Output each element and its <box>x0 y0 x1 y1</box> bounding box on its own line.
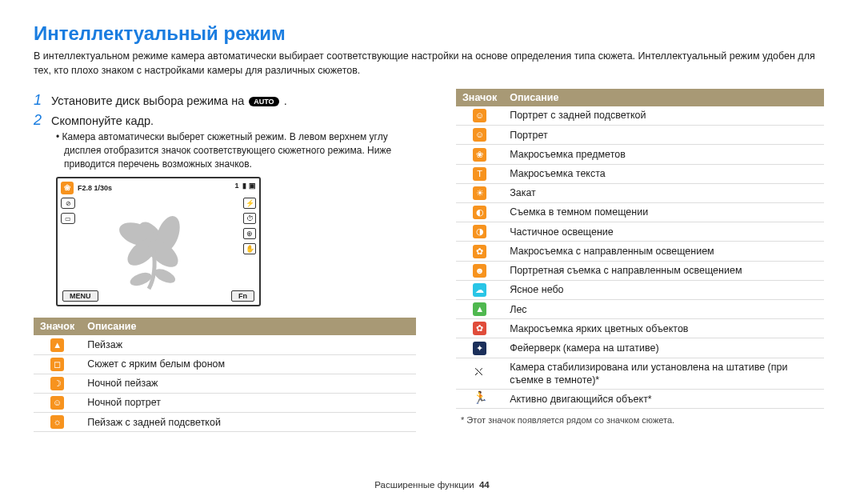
scene-icon: ✦ <box>473 342 486 355</box>
right-column: Значок Описание ☺Портрет с задней подсве… <box>456 89 824 432</box>
scene-description: Съемка в темном помещении <box>503 203 824 222</box>
scene-icon: ⛌ <box>473 366 486 380</box>
scene-icon: ☻ <box>473 264 486 278</box>
footer-section: Расширенные функции <box>374 480 474 490</box>
scene-description: Ясное небо <box>503 280 824 299</box>
table-row: ✿Макросъемка с направленным освещением <box>456 242 824 261</box>
th-desc-left: Описание <box>81 318 416 335</box>
table-row: ☀Закат <box>456 183 824 202</box>
scene-description: Макросъемка предметов <box>503 145 824 164</box>
lcd-exposure: F2.8 1/30s <box>78 184 112 192</box>
footnote: * Этот значок появляется рядом со значко… <box>456 415 824 425</box>
table-row: ☺Портрет <box>456 126 824 145</box>
table-row: ☺Портрет с задней подсветкой <box>456 106 824 126</box>
lcd-left-icon-2: ▭ <box>61 213 75 224</box>
scene-description: Закат <box>503 183 824 202</box>
scene-icon: ◻ <box>50 358 64 371</box>
table-row: ☽Ночной пейзаж <box>34 374 416 393</box>
table-row: 🏃Активно двигающийся объект* <box>456 390 824 409</box>
scene-description: Портрет с задней подсветкой <box>503 106 824 126</box>
step-1: 1 Установите диск выбора режима на AUTO … <box>34 92 416 109</box>
th-icon-left: Значок <box>34 318 81 335</box>
th-icon-right: Значок <box>456 89 503 106</box>
flower-graphic <box>104 202 208 290</box>
scene-table-left: Значок Описание ▲Пейзаж◻Сюжет с ярким бе… <box>34 318 416 432</box>
scene-description: Пейзаж <box>81 335 416 354</box>
step-2-text: Скомпонуйте кадр. <box>51 114 154 127</box>
table-row: TМакросъемка текста <box>456 164 824 183</box>
scene-icon: ▲ <box>50 338 64 352</box>
scene-description: Портретная съемка с направленным освещен… <box>503 261 824 280</box>
table-row: ⛌Камера стабилизирована или установлена … <box>456 358 824 390</box>
step-2: 2 Скомпонуйте кадр. <box>34 112 416 129</box>
lcd-right-icon-timer: ⏱ <box>243 213 256 224</box>
table-row: ☺Ночной портрет <box>34 394 416 413</box>
scene-description: Макросъемка ярких цветных объектов <box>503 319 824 338</box>
scene-icon: ☺ <box>473 109 486 122</box>
scene-icon: ✿ <box>473 322 486 335</box>
scene-description: Активно двигающийся объект* <box>503 390 824 409</box>
page-footer: Расширенные функции 44 <box>0 480 864 490</box>
lcd-left-icon-1: ⊘ <box>61 198 75 209</box>
scene-icon: ▲ <box>473 302 486 316</box>
scene-description: Макросъемка текста <box>503 164 824 183</box>
table-row: ▲Лес <box>456 300 824 319</box>
scene-description: Макросъемка с направленным освещением <box>503 242 824 261</box>
scene-description: Сюжет с ярким белым фоном <box>81 354 416 374</box>
scene-icon: ☺ <box>473 128 486 142</box>
scene-description: Камера стабилизирована или установлена н… <box>503 358 824 390</box>
step-2-bullet: Камера автоматически выберет сюжетный ре… <box>56 130 416 170</box>
scene-icon: ☼ <box>50 415 64 429</box>
table-row: ☼Пейзаж с задней подсветкой <box>34 413 416 432</box>
step-1-text-b: . <box>284 94 287 107</box>
scene-table-right: Значок Описание ☺Портрет с задней подсве… <box>456 89 824 409</box>
scene-description: Портрет <box>503 126 824 145</box>
scene-icon: ☀ <box>473 186 486 200</box>
footer-page-number: 44 <box>479 480 490 490</box>
table-row: ❀Макросъемка предметов <box>456 145 824 164</box>
scene-icon: ❀ <box>61 182 74 194</box>
camera-lcd-illustration: ❀ F2.8 1/30s 1 ▮ ▣ ⊘ ▭ ⚡ ⏱ ⊕ ✋ <box>56 177 261 306</box>
intro-text: В интеллектуальном режиме камера автомат… <box>34 50 830 78</box>
scene-icon: ❀ <box>473 148 486 162</box>
lcd-shots: 1 <box>234 182 238 190</box>
scene-icon: ✿ <box>473 245 486 258</box>
scene-icon: 🏃 <box>473 392 486 406</box>
scene-description: Пейзаж с задней подсветкой <box>81 413 416 432</box>
scene-icon: T <box>473 167 486 181</box>
table-row: ☻Портретная съемка с направленным освеще… <box>456 261 824 280</box>
scene-icon: ☺ <box>50 396 64 410</box>
lcd-menu-button: MENU <box>62 290 98 302</box>
step-1-text-a: Установите диск выбора режима на <box>51 94 247 107</box>
scene-icon: ☁ <box>473 283 486 297</box>
page-title: Интеллектуальный режим <box>34 22 830 45</box>
auto-mode-badge: AUTO <box>249 97 278 106</box>
lcd-right-icon-flash: ⚡ <box>243 198 256 209</box>
scene-description: Ночной портрет <box>81 394 416 413</box>
table-row: ▲Пейзаж <box>34 335 416 354</box>
scene-description: Частичное освещение <box>503 222 824 242</box>
scene-description: Лес <box>503 300 824 319</box>
lcd-fn-button: Fn <box>231 290 254 302</box>
lcd-right-icon-stab: ✋ <box>243 243 256 254</box>
table-row: ☁Ясное небо <box>456 280 824 299</box>
scene-description: Фейерверк (камера на штативе) <box>503 338 824 358</box>
th-desc-right: Описание <box>503 89 824 106</box>
lcd-right-icon-zoom: ⊕ <box>243 228 256 239</box>
scene-icon: ◑ <box>473 225 486 238</box>
scene-icon: ☽ <box>50 377 64 390</box>
scene-icon: ◐ <box>473 206 486 219</box>
left-column: 1 Установите диск выбора режима на AUTO … <box>34 89 416 432</box>
table-row: ◑Частичное освещение <box>456 222 824 242</box>
table-row: ✿Макросъемка ярких цветных объектов <box>456 319 824 338</box>
table-row: ✦Фейерверк (камера на штативе) <box>456 338 824 358</box>
table-row: ◐Съемка в темном помещении <box>456 203 824 222</box>
table-row: ◻Сюжет с ярким белым фоном <box>34 354 416 374</box>
scene-description: Ночной пейзаж <box>81 374 416 393</box>
step-2-number: 2 <box>34 112 51 129</box>
step-1-number: 1 <box>34 92 51 109</box>
